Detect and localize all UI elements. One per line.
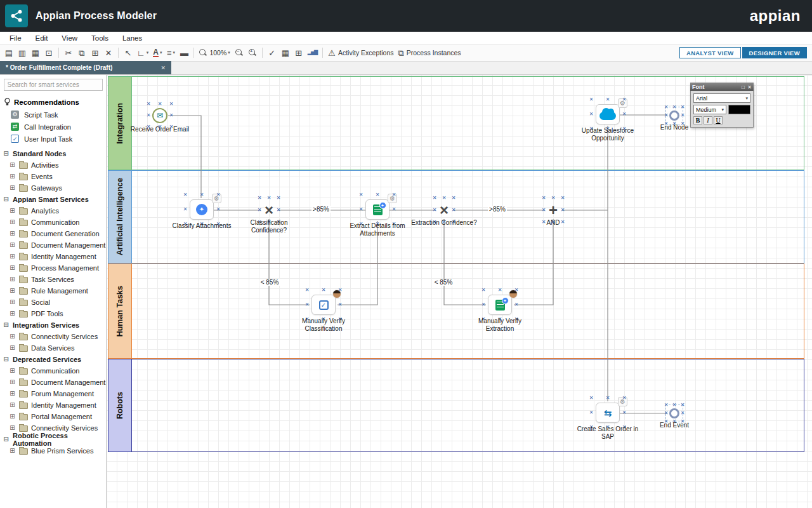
font-dialog-titlebar[interactable]: Font □ ✕: [690, 83, 754, 91]
activity-exceptions-button[interactable]: ⚠Activity Exceptions: [326, 46, 395, 60]
expand-icon[interactable]: ⊞: [9, 242, 16, 248]
menu-view[interactable]: View: [55, 33, 84, 43]
expand-icon[interactable]: ⊞: [9, 413, 16, 420]
task-icon[interactable]: ✦⚙✕✕✕✕✕✕✕✕: [190, 199, 214, 220]
task-icon[interactable]: ✓✕✕✕✕✕✕✕✕: [311, 295, 336, 315]
menu-edit[interactable]: Edit: [29, 33, 55, 43]
process-instances-button[interactable]: ⧉Process Instances: [396, 46, 462, 60]
gear-icon[interactable]: ⚙: [388, 194, 397, 203]
print-icon[interactable]: ⊡: [43, 46, 55, 60]
gear-icon[interactable]: ⚙: [212, 194, 221, 203]
collapse-icon[interactable]: ⊟: [3, 150, 10, 157]
palette-item-document-management[interactable]: ⊞Document Management: [0, 377, 106, 388]
grid-view-icon[interactable]: ▦: [279, 46, 292, 60]
palette-section-deprecated-services[interactable]: ⊟Deprecated Services: [0, 354, 106, 365]
palette-item-social[interactable]: ⊞Social: [0, 297, 106, 308]
task-icon[interactable]: ✦✕✕✕✕✕✕✕✕: [488, 295, 512, 315]
search-input[interactable]: [4, 79, 103, 91]
expand-icon[interactable]: ⊞: [9, 276, 16, 283]
xor-gateway-icon[interactable]: ×✕✕✕✕✕✕✕✕: [265, 203, 273, 217]
validate-icon[interactable]: ✓: [266, 46, 278, 60]
font-family-select[interactable]: Arial ▾: [693, 93, 750, 103]
delete-icon[interactable]: ✕: [102, 46, 115, 60]
expand-icon[interactable]: ⊞: [9, 345, 16, 351]
bold-button[interactable]: B: [693, 116, 702, 124]
palette-item-identity-management[interactable]: ⊞Identity Management: [0, 399, 106, 411]
open-icon[interactable]: ▥: [16, 46, 29, 60]
palette-item-activities[interactable]: ⊞Activities: [0, 159, 106, 171]
align-icon[interactable]: ▬: [178, 46, 190, 60]
palette-item-forum-management[interactable]: ⊞Forum Management: [0, 388, 106, 399]
expand-icon[interactable]: ⊞: [9, 368, 16, 374]
palette-item-call-integration[interactable]: ⇄Call Integration: [0, 121, 106, 133]
cut-icon[interactable]: ✂: [62, 46, 75, 60]
pointer-icon[interactable]: ↖: [122, 46, 134, 60]
save-icon[interactable]: ▦: [29, 46, 42, 60]
menu-file[interactable]: File: [3, 33, 29, 43]
task-icon[interactable]: ✦⚙✕✕✕✕✕✕✕✕: [365, 199, 390, 220]
expand-icon[interactable]: ⊞: [9, 162, 16, 168]
expand-icon[interactable]: ⊞: [9, 231, 16, 237]
gear-icon[interactable]: ⚙: [618, 397, 627, 406]
palette-item-user-input-task[interactable]: ✓User Input Task: [0, 133, 106, 145]
xor-gateway-icon[interactable]: ×✕✕✕✕✕✕✕✕: [440, 203, 449, 217]
paste-icon[interactable]: ⊞: [89, 46, 102, 60]
new-process-icon[interactable]: ▤: [3, 46, 15, 60]
expand-icon[interactable]: ⊞: [9, 265, 16, 271]
expand-icon[interactable]: ⊞: [9, 288, 16, 294]
font-size-select[interactable]: Medium ▾: [693, 105, 726, 114]
tab-close-icon[interactable]: ✕: [160, 65, 166, 71]
and-gateway-icon[interactable]: +✕✕✕✕✕✕✕✕: [549, 203, 558, 217]
palette-item-identity-management[interactable]: ⊞Identity Management: [0, 251, 106, 262]
copy-icon[interactable]: ⧉: [75, 46, 88, 60]
menu-lanes[interactable]: Lanes: [115, 33, 149, 43]
text-label-icon[interactable]: A▾: [151, 46, 164, 60]
analyst-view-button[interactable]: ANALYST VIEW: [679, 47, 741, 58]
palette-section-standard-nodes[interactable]: ⊟Standard Nodes: [0, 148, 106, 159]
italic-button[interactable]: I: [704, 116, 712, 124]
expand-icon[interactable]: ⊞: [9, 311, 16, 317]
zoom-in-icon[interactable]: +: [246, 46, 259, 60]
zoom-out-icon[interactable]: −: [233, 46, 246, 60]
designer-view-button[interactable]: DESIGNER VIEW: [742, 47, 807, 58]
expand-icon[interactable]: ⊞: [9, 402, 16, 408]
collapse-icon[interactable]: ⊟: [3, 436, 10, 443]
palette-section-integration-services[interactable]: ⊟Integration Services: [0, 319, 106, 331]
gear-icon[interactable]: ⚙: [618, 98, 627, 108]
mail-start-icon[interactable]: ✉✕✕✕✕✕✕✕✕: [152, 108, 167, 123]
expand-icon[interactable]: ⊞: [9, 391, 16, 397]
close-icon[interactable]: ✕: [747, 84, 752, 90]
flow-connector[interactable]: [514, 219, 553, 305]
underline-button[interactable]: U: [714, 116, 723, 124]
connector-icon[interactable]: ∟▾: [135, 46, 150, 60]
collapse-icon[interactable]: ⊟: [3, 196, 10, 203]
font-color-swatch[interactable]: [728, 105, 750, 114]
tab-order-fulfillment[interactable]: * Order Fulfillment Complete (Draft) ✕: [0, 61, 171, 74]
palette-item-document-management[interactable]: ⊞Document Management: [0, 239, 106, 251]
palette-item-process-management[interactable]: ⊞Process Management: [0, 262, 106, 274]
collapse-icon[interactable]: ⊟: [3, 356, 10, 363]
line-style-icon[interactable]: ≡▾: [164, 46, 177, 60]
palette-item-communication[interactable]: ⊞Communication: [0, 217, 106, 228]
palette-item-portal-management[interactable]: ⊞Portal Management: [0, 411, 106, 422]
palette-item-events[interactable]: ⊞Events: [0, 171, 106, 182]
palette-item-connectivity-services[interactable]: ⊞Connectivity Services: [0, 331, 106, 342]
palette-item-gateways[interactable]: ⊞Gateways: [0, 182, 106, 194]
collapse-icon[interactable]: ⊟: [3, 322, 10, 328]
end-event-icon[interactable]: ✕✕✕✕✕✕✕✕: [669, 408, 679, 418]
palette-item-rule-management[interactable]: ⊞Rule Management: [0, 285, 106, 297]
expand-icon[interactable]: ⊞: [9, 299, 16, 305]
minimize-icon[interactable]: □: [742, 84, 745, 90]
expand-icon[interactable]: ⊞: [9, 448, 16, 454]
palette-item-script-task[interactable]: ⚙Script Task: [0, 109, 106, 121]
palette-section-robotic-process-automation[interactable]: ⊟Robotic Process Automation: [0, 434, 106, 445]
expand-icon[interactable]: ⊞: [9, 173, 16, 180]
palette-item-task-services[interactable]: ⊞Task Services: [0, 274, 106, 285]
table-view-icon[interactable]: ⊞: [292, 46, 305, 60]
menu-tools[interactable]: Tools: [84, 33, 115, 43]
expand-icon[interactable]: ⊞: [9, 208, 16, 214]
expand-icon[interactable]: ⊞: [9, 333, 16, 340]
expand-icon[interactable]: ⊞: [9, 185, 16, 191]
task-icon[interactable]: ⇆⚙✕✕✕✕✕✕✕✕: [596, 403, 620, 423]
expand-icon[interactable]: ⊞: [9, 253, 16, 260]
